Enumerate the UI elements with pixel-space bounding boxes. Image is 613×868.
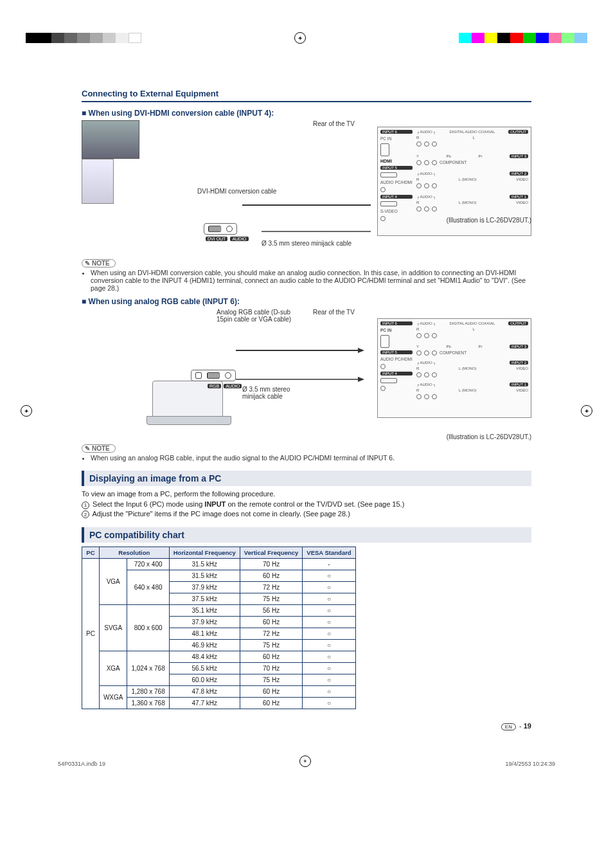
tv-rear-panel: INPUT 6 PC IN INPUT 5 AUDIO PC/HDMI INPU… [377,318,531,418]
color-bar-right [459,33,587,43]
pcin-label: PC IN [380,136,413,141]
note-list: When using an analog RGB cable, input th… [91,454,531,462]
input3-tag: INPUT 3 [510,154,528,158]
audio-pc-label: AUDIO PC/HDMI [380,180,413,185]
audio-jack-icon [225,372,231,379]
hdmi-port-icon [380,378,397,383]
registration-mark-icon: ✦ [581,405,592,417]
r-label: R [416,136,419,140]
output-tag: OUTPUT [508,130,528,134]
step-1: 1 Select the Input 6 (PC) mode using INP… [82,500,531,509]
section2-heading: ■ When using analog RGB cable (INPUT 6): [82,297,531,306]
table-row: PC VGA 720 x 40031.5 kHz70 Hz- [82,559,356,570]
hdmi-port-icon [380,172,397,177]
input2-tag: INPUT 2 [510,172,528,176]
th-vfreq: Vertical Frequency [240,547,302,559]
component-label: COMPONENT [440,160,466,165]
th-pc: PC [82,547,100,559]
note-badge: ✎NOTE [82,259,116,267]
registration-mark-icon: ✦ [299,755,311,767]
audio-jack-icon [226,226,233,232]
cable-illustration [242,196,377,241]
pc-compat-table: PC Resolution Horizontal Frequency Verti… [82,547,356,709]
cable-label: DVI-HDMI conversion cable [197,188,276,195]
input1-tag: INPUT 1 [510,195,528,199]
pc-monitor-illustration [82,120,139,159]
input1-tag: INPUT 1 [510,383,528,386]
hdmi-port-icon [380,201,397,206]
rgb-label: RGB [208,384,221,388]
step-2: 2 Adjust the "Picture" items if the PC i… [82,510,531,519]
input4-tag: INPUT 4 [380,195,413,199]
svideo-port-icon [380,216,386,221]
rear-tv-label: Rear of the TV [313,309,355,316]
dvi-port-icon [208,226,221,232]
table-row: XGA 1,024 x 76848.4 kHz60 Hz○ [82,651,356,663]
registration-mark-icon: ✦ [21,405,32,417]
note-item: When using an DVI-HDMI conversion cable,… [91,269,531,292]
input4-tag: INPUT 4 [380,372,413,375]
th-vesa: VESA Standard [303,547,355,559]
audio-pc-label: AUDIO PC/HDMI [380,357,413,361]
th-hfreq: Horizontal Frequency [169,547,240,559]
digital-audio-label: DIGITAL AUDIO COAXIAL [450,321,495,325]
svg-marker-5 [358,377,364,382]
audio-port-icon [380,187,386,192]
section3-title: Displaying an image from a PC [82,471,531,486]
digital-audio-label: DIGITAL AUDIO COAXIAL [450,130,495,134]
svideo-label: S-VIDEO [380,209,413,213]
audio-port-icon [380,364,386,369]
illustration-note: (Illustration is LC-26DV28UT.) [82,433,531,440]
pr-label: Pr [479,154,483,158]
section1-heading: ■ When using DVI-HDMI conversion cable (… [82,109,531,118]
input3-tag: INPUT 3 [510,345,528,348]
pcin-port-icon [380,335,389,348]
pencil-icon: ✎ [85,260,90,267]
page-title: Connecting to External Equipment [82,89,531,102]
pb-label: Pb [447,154,451,158]
vga-port-icon [207,372,220,379]
note-item: When using an analog RGB cable, input th… [91,454,531,462]
color-bar-left [26,33,141,43]
file-ref: 54P0331A.indb 19 [58,761,105,767]
step-number-icon: 2 [82,511,89,518]
step-number-icon: 1 [82,502,89,509]
diagram-dvi-hdmi: Rear of the TV DVI OUT AUDIO DVI-HDMI co… [82,120,531,255]
input6-tag: INPUT 6 [380,321,413,325]
y-label: Y [416,154,419,158]
input5-tag: INPUT 5 [380,350,413,354]
section4-title: PC compatibility chart [82,527,531,543]
page-number: EN - 19 [82,722,531,730]
input2-tag: INPUT 2 [510,361,528,365]
lmono-label: L (MONO) [459,177,476,181]
indicator-icon [195,372,202,379]
cable-illustration [236,344,364,389]
diagram-analog-rgb: Rear of the TV Analog RGB cable (D-sub 1… [82,309,531,431]
print-footer: 54P0331A.indb 19 ✦ 19/4/2553 10:24:39 [58,755,555,767]
cable-label: Analog RGB cable (D-sub 15pin cable or V… [217,309,294,323]
print-registration-bar: ✦ [26,32,587,44]
note-list: When using an DVI-HDMI conversion cable,… [91,269,531,292]
note-badge: ✎NOTE [82,444,116,453]
video-label: VIDEO [516,177,528,181]
rear-tv-label: Rear of the TV [313,120,355,127]
th-resolution: Resolution [99,547,169,559]
laptop-output-card [191,370,236,381]
pcin-port-icon [380,143,389,156]
input6-tag: INPUT 6 [380,130,413,134]
input5-tag: INPUT 5 [380,166,413,170]
l-label: L [473,136,475,140]
table-row: SVGA 800 x 60035.1 kHz56 Hz○ [82,605,356,617]
timestamp: 19/4/2553 10:24:39 [505,761,555,767]
svg-marker-3 [358,348,364,353]
dvi-out-label: DVI OUT [206,237,227,241]
illustration-note: (Illustration is LC-26DV28UT.) [447,217,531,224]
audio-head-label: AUDIO [420,130,432,134]
output-tag: OUTPUT [508,321,528,325]
pc-output-card [204,223,237,235]
section3-intro: To view an image from a PC, perform the … [82,490,531,498]
svideo-port-icon [380,386,386,391]
registration-mark-icon: ✦ [294,32,306,44]
pcin-label: PC IN [380,328,413,332]
pc-tower-illustration [82,159,114,204]
